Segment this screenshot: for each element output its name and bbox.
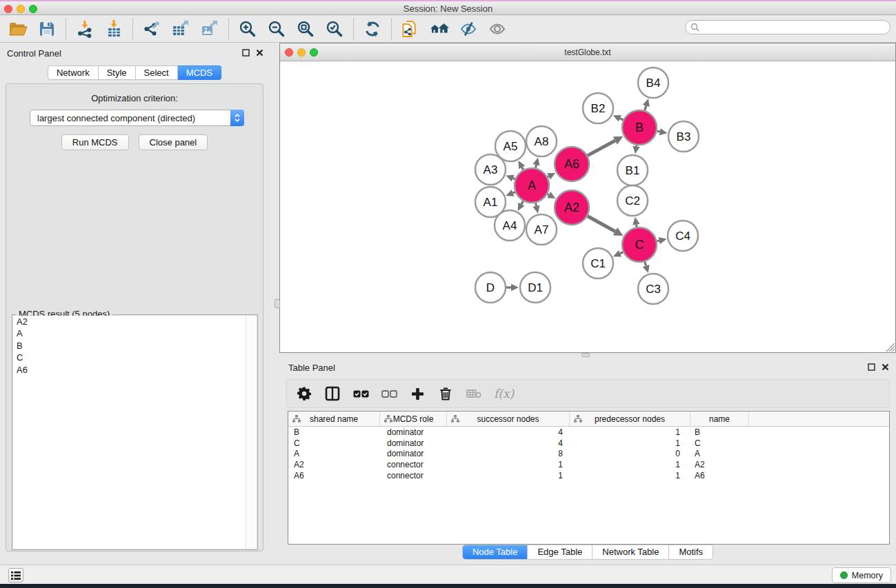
refresh-icon[interactable]	[363, 19, 382, 39]
tab-mcds[interactable]: MCDS	[178, 65, 221, 80]
table-row[interactable]: Cdominator41C	[288, 438, 889, 449]
tab-node-table[interactable]: Node Table	[462, 545, 528, 560]
search-input[interactable]	[703, 23, 879, 32]
tab-motifs[interactable]: Motifs	[669, 545, 713, 560]
result-list-item[interactable]: A2	[13, 316, 246, 327]
table-row[interactable]: A6connector11A6	[288, 470, 889, 481]
tab-network-table[interactable]: Network Table	[593, 545, 669, 560]
export-table-icon[interactable]	[171, 19, 190, 39]
table-cell: dominator	[380, 438, 447, 448]
result-list-item[interactable]: B	[13, 340, 246, 352]
table-row[interactable]: Adominator80A	[288, 448, 889, 459]
export-network-icon[interactable]	[142, 19, 161, 39]
import-table-icon[interactable]	[104, 19, 123, 39]
mcds-result-box: MCDS result (5 nodes) A2ABCA6	[12, 314, 258, 550]
select-all-icon[interactable]	[352, 385, 369, 403]
open-network-file-icon[interactable]	[401, 19, 420, 39]
search-field[interactable]	[685, 20, 890, 34]
graph-edge[interactable]	[548, 194, 549, 195]
zoom-fit-icon[interactable]	[296, 19, 315, 39]
toolbar-separator	[391, 19, 392, 39]
close-panel-icon[interactable]	[882, 363, 889, 371]
zoom-out-icon[interactable]	[267, 19, 286, 39]
zoom-in-icon[interactable]	[238, 19, 257, 39]
add-column-icon[interactable]	[409, 385, 426, 403]
export-image-icon[interactable]	[200, 19, 219, 39]
tab-select[interactable]: Select	[136, 65, 178, 80]
graph-edge[interactable]	[636, 225, 637, 227]
toolbar-separator	[228, 19, 229, 39]
graph-edge[interactable]	[521, 201, 524, 205]
import-network-icon[interactable]	[75, 19, 94, 39]
table-cell: C	[288, 438, 380, 448]
result-list-item[interactable]: C	[13, 352, 246, 363]
table-cell: A	[288, 449, 380, 458]
column-header-mcds-role[interactable]: MCDS role	[380, 412, 447, 426]
graph-edge[interactable]	[548, 176, 549, 177]
network-window-titlebar[interactable]: testGlobe.txt	[280, 43, 895, 61]
vertical-scrollbar-thumb[interactable]	[275, 299, 280, 308]
table-cell: 1	[570, 471, 690, 480]
graph-edge[interactable]	[645, 105, 646, 110]
show-panels-button[interactable]	[8, 568, 23, 582]
column-header-shared-name[interactable]: shared name	[288, 412, 380, 426]
select-stepper-icon	[230, 110, 244, 126]
criterion-select[interactable]: largest connected component (directed)	[30, 110, 244, 126]
hierarchy-icon	[292, 415, 301, 423]
hide-selected-icon[interactable]	[459, 19, 478, 39]
open-session-icon[interactable]	[8, 19, 28, 39]
network-canvas[interactable]: B4B2BB3A5A8A6B1A3AC2A1A2A4A7C4CC1C3DD1	[280, 61, 895, 352]
column-view-icon[interactable]	[324, 385, 341, 403]
column-header-successor-nodes[interactable]: successor nodes	[447, 412, 570, 426]
graph-edge[interactable]	[588, 216, 615, 232]
network-window-title: testGlobe.txt	[280, 48, 895, 57]
graph-edge[interactable]	[536, 165, 537, 168]
table-row[interactable]: A2connector11A2	[288, 459, 889, 470]
horizontal-scrollbar-thumb[interactable]	[581, 353, 590, 357]
graph-edge[interactable]	[620, 119, 624, 120]
graph-edge[interactable]	[620, 252, 623, 254]
table-cell: dominator	[380, 427, 447, 437]
status-bar: Memory	[0, 565, 896, 584]
graph-node-label: A3	[484, 163, 498, 176]
column-header-predecessor-nodes[interactable]: predecessor nodes	[570, 412, 690, 426]
float-panel-icon[interactable]	[868, 363, 875, 371]
float-panel-icon[interactable]	[242, 49, 250, 57]
table-settings-icon[interactable]	[296, 385, 312, 403]
home-views-icon[interactable]	[430, 19, 449, 39]
tab-style[interactable]: Style	[99, 65, 136, 80]
close-panel-button[interactable]: Close panel	[139, 134, 208, 150]
run-mcds-button[interactable]: Run MCDS	[61, 134, 129, 150]
graph-edge[interactable]	[588, 141, 615, 156]
function-builder-icon[interactable]: f(x)	[494, 385, 514, 403]
result-scrollbar[interactable]	[246, 316, 257, 549]
graph-edge[interactable]	[522, 168, 524, 170]
graph-edge[interactable]	[645, 262, 646, 266]
column-header-name[interactable]: name	[690, 412, 749, 426]
deselect-all-icon[interactable]	[381, 385, 397, 403]
node-table-body: Bdominator41BCdominator41CAdominator80AA…	[288, 427, 889, 480]
graph-edge[interactable]	[513, 179, 515, 179]
graph-node-label: C	[635, 238, 644, 252]
graph-node-label: A8	[535, 135, 549, 148]
tab-network[interactable]: Network	[48, 65, 99, 80]
memory-button[interactable]: Memory	[832, 567, 891, 583]
delete-table-icon[interactable]	[466, 385, 482, 403]
tab-edge-table[interactable]: Edge Table	[528, 545, 593, 560]
graph-edge[interactable]	[657, 131, 659, 132]
graph-edge[interactable]	[536, 203, 537, 205]
result-list-item[interactable]: A6	[13, 364, 246, 376]
result-list-item[interactable]: A	[13, 327, 246, 339]
close-panel-icon[interactable]	[256, 49, 263, 57]
toolbar-separator	[353, 19, 354, 39]
delete-columns-icon[interactable]	[437, 385, 454, 403]
graph-edge[interactable]	[657, 241, 659, 241]
table-cell: 1	[447, 471, 570, 480]
table-row[interactable]: Bdominator41B	[288, 427, 889, 438]
graph-node-label: B	[635, 121, 644, 134]
graph-edge[interactable]	[512, 192, 515, 193]
save-session-icon[interactable]	[37, 19, 57, 39]
resize-grip-icon[interactable]	[884, 341, 895, 352]
show-selected-icon[interactable]	[488, 19, 507, 39]
zoom-selected-icon[interactable]	[325, 19, 344, 39]
